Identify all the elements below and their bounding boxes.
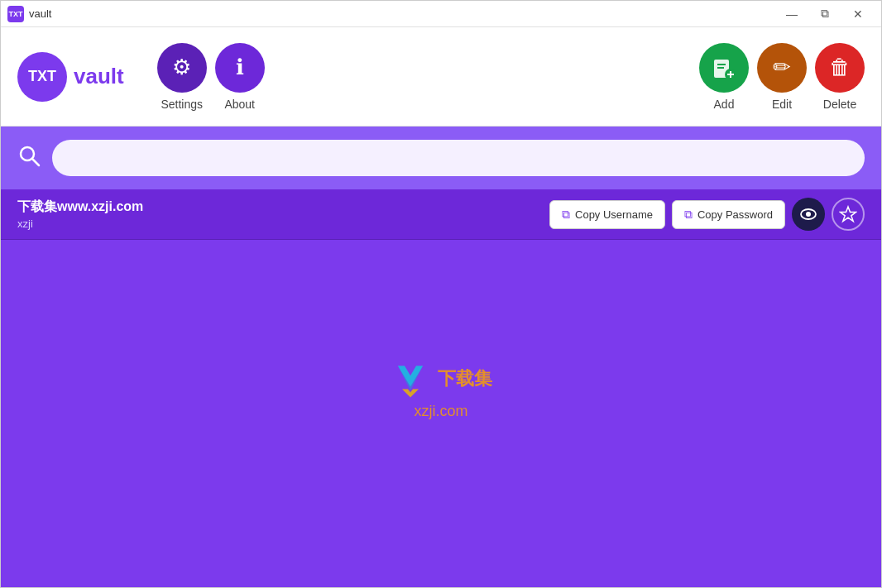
delete-button[interactable]: 🗑 Delete (815, 43, 865, 111)
settings-label: Settings (161, 98, 203, 111)
copy-password-button[interactable]: ⧉ Copy Password (672, 200, 785, 229)
title-bar: TXT vault — ⧉ ✕ (1, 1, 881, 27)
svg-line-7 (32, 159, 39, 165)
search-area (1, 127, 881, 189)
title-bar-left: TXT vault (7, 6, 51, 22)
watermark-url: xzji.com (414, 402, 467, 419)
about-label: About (224, 98, 255, 111)
watermark: 下载集 xzji.com (390, 357, 492, 419)
about-icon: ℹ (215, 43, 265, 93)
window-controls: — ⧉ ✕ (775, 1, 875, 27)
copy-password-icon: ⧉ (684, 208, 693, 222)
entry-username: xzji (17, 218, 541, 230)
add-icon (699, 43, 749, 93)
svg-marker-13 (398, 366, 423, 390)
search-icon (17, 144, 41, 172)
close-button[interactable]: ✕ (841, 1, 875, 27)
content-area: 下载集www.xzji.com xzji ⧉ Copy Username ⧉ C… (1, 189, 881, 587)
delete-label: Delete (823, 98, 856, 111)
watermark-icon (390, 357, 431, 399)
watermark-logo-row: 下载集 (390, 357, 492, 399)
add-label: Add (714, 98, 735, 111)
settings-icon: ⚙ (157, 43, 207, 93)
delete-icon: 🗑 (815, 43, 865, 93)
entry-info: 下载集www.xzji.com xzji (17, 198, 541, 230)
svg-marker-10 (841, 207, 856, 222)
copy-username-label: Copy Username (575, 208, 653, 221)
maximize-button[interactable]: ⧉ (808, 1, 841, 27)
entry-title: 下载集www.xzji.com (17, 198, 541, 216)
minimize-button[interactable]: — (775, 1, 808, 27)
svg-point-9 (806, 212, 811, 217)
window-title: vault (29, 7, 51, 20)
app-brand: TXT vault (17, 52, 124, 102)
view-password-button[interactable] (792, 198, 825, 231)
main-window: TXT vault — ⧉ ✕ TXT vault ⚙ Settings ℹ A… (0, 0, 882, 588)
edit-button[interactable]: ✏ Edit (757, 43, 807, 111)
brand-logo: TXT (17, 52, 67, 102)
brand-logo-text: TXT (28, 68, 56, 85)
search-input[interactable] (52, 140, 865, 176)
edit-icon: ✏ (757, 43, 807, 93)
app-logo-small: TXT (7, 6, 24, 22)
watermark-brand: 下载集 (438, 366, 492, 390)
favorite-button[interactable] (832, 198, 865, 231)
settings-button[interactable]: ⚙ Settings (157, 43, 207, 111)
about-button[interactable]: ℹ About (215, 43, 265, 111)
entry-actions: ⧉ Copy Username ⧉ Copy Password (549, 198, 865, 231)
toolbar: TXT vault ⚙ Settings ℹ About (1, 27, 881, 127)
copy-username-button[interactable]: ⧉ Copy Username (549, 200, 665, 229)
entry-row: 下载集www.xzji.com xzji ⧉ Copy Username ⧉ C… (1, 189, 881, 240)
brand-name: vault (74, 64, 124, 89)
copy-password-label: Copy Password (697, 208, 773, 221)
add-button[interactable]: Add (699, 43, 749, 111)
edit-label: Edit (772, 98, 792, 111)
copy-username-icon: ⧉ (562, 208, 570, 222)
